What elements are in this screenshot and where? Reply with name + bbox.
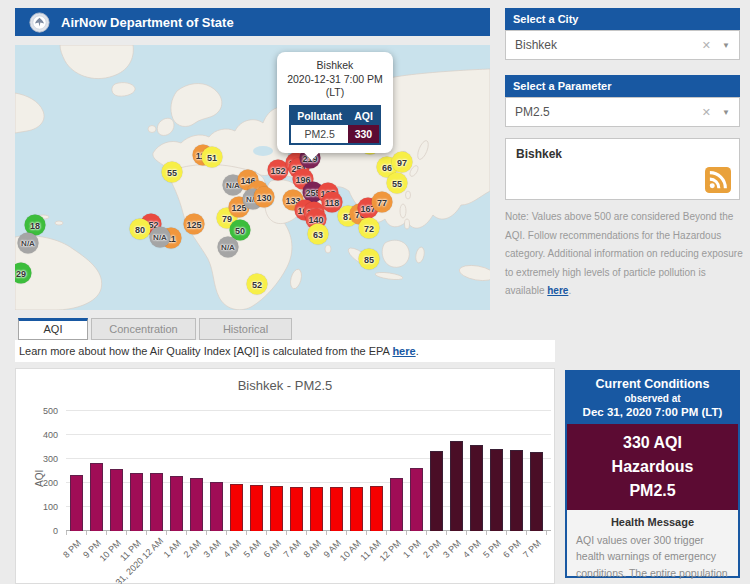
chart-bar[interactable] [290,487,303,531]
chart-bar[interactable] [530,452,543,531]
aqi-marker[interactable]: N/A [18,233,39,254]
chart-bar[interactable] [110,469,123,531]
chart-x-tick [126,531,127,535]
chart-bar[interactable] [330,487,343,531]
city-clear-icon[interactable]: ✕ [702,39,711,52]
chart-x-tick [326,531,327,535]
chart-x-tick [366,531,367,535]
chart-bar[interactable] [310,487,323,531]
aqi-marker[interactable]: 77 [372,192,393,213]
aqi-marker[interactable]: 63 [308,224,329,245]
chart-bar[interactable] [430,451,443,531]
chart-gridline [66,434,551,435]
popup-timezone: (LT) [282,86,388,100]
aqi-marker[interactable]: 80 [130,219,151,240]
chart-bar[interactable] [90,463,103,531]
chart-x-tick [466,531,467,535]
aqi-chart-panel: Bishkek - PM2.5 AQI 01002003004005008 PM… [15,368,555,584]
aqi-marker[interactable]: 125 [184,214,205,235]
chart-x-tick [186,531,187,535]
learn-more-line: Learn more about how the Air Quality Ind… [15,340,555,362]
aqi-marker[interactable]: 85 [359,249,380,270]
aqi-marker[interactable]: 130 [254,187,275,208]
chart-bar[interactable] [210,482,223,531]
parameter-caret-icon[interactable]: ▼ [722,108,730,117]
tab-aqi[interactable]: AQI [18,318,88,340]
chart-bar[interactable] [370,486,383,531]
chart-y-tick: 200 [43,478,58,488]
city-select-value: Bishkek [515,38,702,52]
chart-bar[interactable] [270,486,283,531]
popup-col-pollutant: Pollutant [290,106,348,125]
aqi-marker[interactable]: 97 [392,152,413,173]
aqi-marker[interactable]: 55 [162,162,183,183]
chart-y-tick: 100 [43,502,58,512]
learn-more-suffix: . [416,345,419,357]
note-text: Note: Values above 500 are considered Be… [505,211,743,296]
chart-x-tick [206,531,207,535]
world-map[interactable]: 18N/A2955115511528011N/A12579N/A14612514… [15,45,490,310]
chart-plot: 01002003004005008 PM9 PM10 PM11 PM31, 20… [66,411,551,531]
chart-x-tick [546,531,547,535]
chart-bar[interactable] [230,484,243,531]
chart-bar[interactable] [350,487,363,531]
chart-bar[interactable] [510,450,523,531]
chart-x-tick [526,531,527,535]
chart-bar[interactable] [470,445,483,531]
chart-x-tick [506,531,507,535]
chart-title: Bishkek - PM2.5 [16,378,554,393]
popup-table: Pollutant AQI PM2.5 330 [289,105,381,145]
cc-aqi-box: 330 AQI Hazardous PM2.5 [567,424,738,510]
chart-bar[interactable] [190,478,203,531]
parameter-clear-icon[interactable]: ✕ [702,106,711,119]
feed-city-title: Bishkek [516,147,729,161]
chart-x-tick [306,531,307,535]
chart-x-tick [226,531,227,535]
aqi-marker[interactable]: 51 [202,147,223,168]
chart-bar[interactable] [150,473,163,531]
aqi-marker[interactable]: N/A [150,227,171,248]
popup-city: Bishkek [282,59,388,73]
aqi-marker[interactable]: 72 [359,218,380,239]
popup-aqi-value: 330 [348,125,380,144]
app: AirNow Department of State [0,0,750,584]
chart-x-tick [106,531,107,535]
rss-icon[interactable] [705,167,731,193]
note-here-link[interactable]: here [547,285,568,296]
chart-x-tick [66,531,67,535]
tab-concentration[interactable]: Concentration [91,318,196,340]
aqi-marker[interactable]: 55 [387,173,408,194]
aqi-marker[interactable]: 29 [15,263,32,284]
chart-bar[interactable] [130,473,143,531]
chart-bar[interactable] [250,485,263,531]
chart-x-tick [266,531,267,535]
chart-y-tick: 500 [43,406,58,416]
learn-more-text: Learn more about how the Air Quality Ind… [19,345,392,357]
chart-bar[interactable] [170,476,183,531]
city-caret-icon[interactable]: ▼ [722,41,730,50]
chart-y-tick: 400 [43,430,58,440]
parameter-select[interactable]: PM2.5 ✕ ▼ [505,97,740,127]
cc-aqi-value: 330 AQI [567,431,738,455]
aqi-marker[interactable]: N/A [218,237,239,258]
chart-y-tick: 0 [53,526,58,536]
aqi-marker[interactable]: 52 [247,274,268,295]
select-parameter-header: Select a Parameter [505,75,740,97]
chart-bar[interactable] [450,441,463,531]
popup-pollutant-value: PM2.5 [290,125,348,144]
chart-x-tick [146,531,147,535]
chart-y-tick: 300 [43,454,58,464]
popup-datetime: 2020-12-31 7:00 PM [282,73,388,87]
health-message-text: AQI values over 300 trigger health warni… [576,532,729,584]
learn-more-here-link[interactable]: here [392,345,415,357]
header-bar: AirNow Department of State [15,8,490,36]
chart-bar[interactable] [70,475,83,531]
chart-bar[interactable] [410,468,423,531]
city-select[interactable]: Bishkek ✕ ▼ [505,30,740,60]
popup-col-aqi: AQI [348,106,380,125]
chart-bar[interactable] [490,449,503,531]
chart-x-tick [446,531,447,535]
cc-datetime: Dec 31, 2020 7:00 PM (LT) [569,406,736,418]
tab-historical[interactable]: Historical [199,318,292,340]
chart-bar[interactable] [390,478,403,531]
